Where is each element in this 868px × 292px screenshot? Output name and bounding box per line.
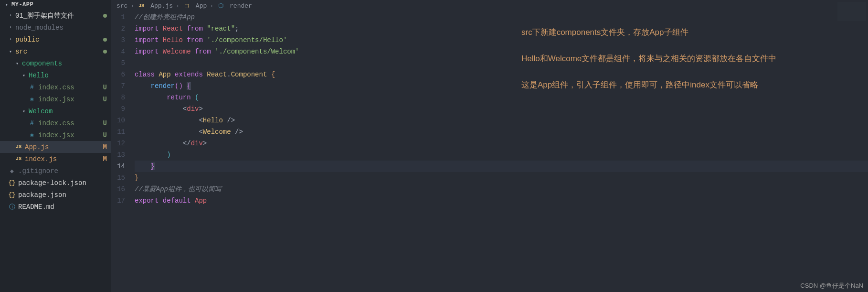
react-icon: ⚛ (28, 131, 36, 139)
line-number: 6 (111, 69, 125, 80)
vcs-status-badge: U (103, 131, 107, 139)
editor-area: src›JSApp.js›⬚App›⬡render 12345678910111… (111, 0, 868, 292)
tree-item-label: package.json (18, 191, 107, 199)
file-index-css[interactable]: #index.cssU (0, 117, 111, 129)
tree-item-label: .gitignore (18, 167, 107, 175)
chevron-right-icon: › (8, 25, 13, 30)
explorer-header[interactable]: ▾ MY-APP (0, 0, 111, 10)
line-number: 8 (111, 92, 125, 103)
json-icon: {} (8, 179, 16, 186)
tree-item-label: README.md (18, 203, 107, 211)
tree-item-label: index.css (38, 119, 101, 127)
folder-components[interactable]: ▾components (0, 57, 111, 69)
hash-icon: # (28, 84, 36, 91)
breadcrumb-sep-icon: › (210, 2, 213, 10)
tree-item-label: src (15, 48, 100, 55)
vcs-status-badge: U (103, 119, 107, 127)
line-number: 2 (111, 23, 125, 34)
tree-item-label: index.jsx (38, 131, 101, 139)
line-number: 7 (111, 80, 125, 92)
tree-item-label: index.css (38, 84, 101, 91)
vcs-status-badge: U (103, 96, 107, 103)
code-line[interactable]: export default App (135, 195, 868, 206)
file-package-json[interactable]: {}package.json (0, 189, 111, 201)
annotation-text: src下新建components文件夹，存放App子组件 (521, 27, 776, 38)
vcs-status-badge: M (103, 155, 107, 163)
breadcrumb-sep-icon: › (130, 2, 134, 10)
watermark: CSDN @鱼仔是个NaN (800, 281, 863, 290)
tree-item-label: index.js (25, 155, 101, 163)
file-index-jsx[interactable]: ⚛index.jsxU (0, 129, 111, 141)
breadcrumb-item[interactable]: src (116, 2, 127, 10)
vcs-status-badge: U (103, 84, 107, 91)
breadcrumb[interactable]: src›JSApp.js›⬚App›⬡render (111, 0, 868, 11)
folder-hello[interactable]: ▾Hello (0, 69, 111, 81)
json-icon: {} (8, 191, 16, 198)
file-index-jsx[interactable]: ⚛index.jsxU (0, 93, 111, 105)
code-line[interactable]: } (135, 172, 868, 184)
chevron-right-icon: › (8, 37, 13, 42)
file-index-js[interactable]: JSindex.jsM (0, 153, 111, 165)
modified-dot-icon (103, 38, 107, 42)
line-number: 9 (111, 103, 125, 115)
chevron-right-icon: › (8, 13, 13, 18)
line-number: 3 (111, 34, 125, 46)
folder-public[interactable]: ›public (0, 33, 111, 45)
code-line[interactable]: //创建外壳组件App (135, 11, 868, 23)
line-number: 1 (111, 11, 125, 23)
chevron-down-icon: ▾ (4, 2, 10, 8)
chevron-down-icon: ▾ (21, 108, 27, 114)
project-title: MY-APP (11, 1, 33, 8)
line-number: 13 (111, 149, 125, 161)
folder-node_modules[interactable]: ›node_modules (0, 22, 111, 33)
js-icon: JS (137, 3, 146, 9)
chevron-down-icon: ▾ (21, 73, 27, 78)
breadcrumb-item[interactable]: render (230, 2, 252, 10)
code-line[interactable]: } (135, 161, 868, 172)
code-line[interactable]: <Hello /> (135, 115, 868, 126)
code-line[interactable]: ) (135, 149, 868, 161)
tree-item-label: components (22, 60, 107, 67)
breadcrumb-item[interactable]: App.js (150, 2, 173, 10)
file-index-css[interactable]: #index.cssU (0, 81, 111, 93)
line-number: 16 (111, 184, 125, 195)
tree-item-label: 01_脚手架自带文件 (15, 11, 100, 20)
tree-item-label: Welcom (29, 108, 107, 115)
file--gitignore[interactable]: ◆.gitignore (0, 165, 111, 177)
info-icon: ⓘ (8, 203, 16, 211)
code-line[interactable]: </div> (135, 138, 868, 149)
annotation-overlay: src下新建components文件夹，存放App子组件Hello和Welcom… (521, 27, 776, 106)
file-app-js[interactable]: JSApp.jsM (0, 141, 111, 153)
line-number: 15 (111, 172, 125, 184)
line-number: 5 (111, 57, 125, 69)
line-number: 12 (111, 138, 125, 149)
react-icon: ⚛ (28, 96, 36, 103)
tree-item-label: public (15, 36, 100, 43)
line-number: 17 (111, 195, 125, 206)
modified-dot-icon (103, 50, 107, 54)
tree-item-label: index.jsx (38, 96, 101, 103)
js-icon: JS (14, 144, 23, 150)
tree-item-label: App.js (25, 143, 101, 151)
file-explorer: ▾ MY-APP ›01_脚手架自带文件›node_modules›public… (0, 0, 111, 292)
code-line[interactable]: //暴露App组件，也可以简写 (135, 184, 868, 195)
code-line[interactable]: <Welcome /> (135, 126, 868, 138)
breadcrumb-sep-icon: › (176, 2, 180, 10)
line-number: 10 (111, 115, 125, 126)
hash-icon: # (28, 119, 36, 127)
breadcrumb-item[interactable]: App (196, 2, 207, 10)
git-icon: ◆ (8, 167, 16, 175)
folder-welcom[interactable]: ▾Welcom (0, 105, 111, 117)
annotation-text: Hello和Welcome文件都是组件，将来与之相关的资源都放在各自文件中 (521, 53, 776, 64)
chevron-down-icon: ▾ (14, 61, 20, 66)
line-number: 11 (111, 126, 125, 138)
modified-dot-icon (103, 14, 107, 18)
chevron-down-icon: ▾ (8, 49, 13, 54)
file-readme-md[interactable]: ⓘREADME.md (0, 201, 111, 213)
tree-item-label: node_modules (15, 24, 107, 32)
folder-01_-------[interactable]: ›01_脚手架自带文件 (0, 10, 111, 22)
minimap[interactable] (837, 2, 866, 21)
folder-src[interactable]: ▾src (0, 45, 111, 57)
file-package-lock-json[interactable]: {}package-lock.json (0, 177, 111, 189)
line-number: 14 (111, 161, 125, 172)
